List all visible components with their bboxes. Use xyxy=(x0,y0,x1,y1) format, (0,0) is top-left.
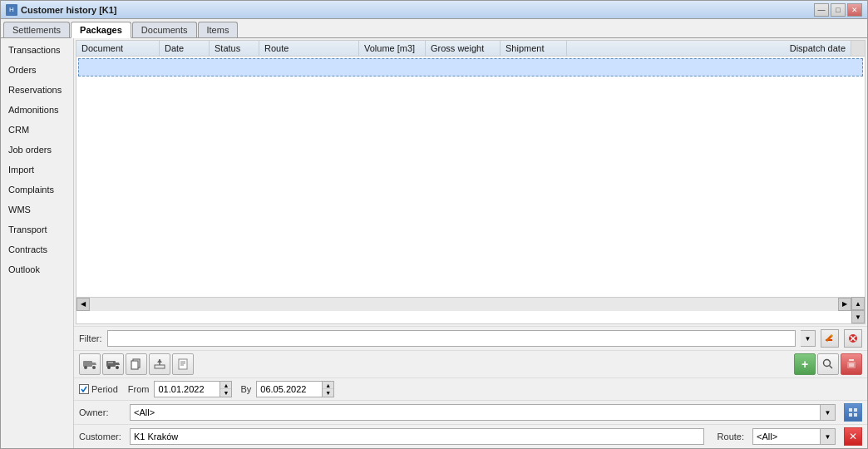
minimize-button[interactable]: — xyxy=(814,3,829,17)
scroll-right-button[interactable]: ▶ xyxy=(838,298,851,311)
right-panel: Document Date Status Route Volume [m3] G… xyxy=(74,38,867,448)
sidebar: Transactions Orders Reservations Admonit… xyxy=(1,38,74,448)
search-button[interactable] xyxy=(817,353,839,375)
to-date-down[interactable]: ▼ xyxy=(323,389,333,397)
from-label: From xyxy=(128,384,150,394)
period-label: Period xyxy=(91,384,118,394)
sidebar-item-outlook[interactable]: Outlook xyxy=(2,260,72,279)
from-date-down[interactable]: ▼ xyxy=(220,389,231,397)
sidebar-item-transactions[interactable]: Transactions xyxy=(2,41,72,59)
sidebar-item-reservations[interactable]: Reservations xyxy=(2,81,72,99)
svg-rect-32 xyxy=(854,408,857,412)
truck-delivery-icon xyxy=(106,358,121,370)
period-checkbox-label[interactable]: Period xyxy=(79,384,118,394)
action-blue-icon xyxy=(848,407,858,417)
truck2-button[interactable] xyxy=(102,353,124,375)
sidebar-item-transport[interactable]: Transport xyxy=(2,220,72,239)
svg-rect-31 xyxy=(849,408,852,412)
scroll-left-button[interactable]: ◀ xyxy=(76,298,90,311)
edit-icon xyxy=(824,333,836,344)
period-checkbox[interactable] xyxy=(79,384,89,394)
svg-rect-34 xyxy=(854,413,857,417)
svg-point-24 xyxy=(824,360,831,367)
owner-label: Owner: xyxy=(79,407,125,417)
toolbar-left xyxy=(79,353,194,375)
export-icon xyxy=(154,358,165,370)
filter-row: Filter: ▼ xyxy=(74,326,867,350)
to-date-input[interactable] xyxy=(256,381,323,397)
column-gross-weight: Gross weight xyxy=(426,41,501,56)
notes-button[interactable] xyxy=(172,353,194,375)
period-row: Period From ▲ ▼ By ▲ ▼ xyxy=(74,377,867,400)
route-label: Route: xyxy=(718,432,744,442)
svg-rect-33 xyxy=(849,413,852,417)
delete-button[interactable] xyxy=(841,353,862,375)
route-dropdown-button[interactable]: ▼ xyxy=(821,428,836,445)
main-content: Transactions Orders Reservations Admonit… xyxy=(1,38,867,448)
from-date-input[interactable] xyxy=(154,381,220,397)
close-action-button[interactable]: ✕ xyxy=(844,427,862,446)
checkmark-icon xyxy=(80,385,88,393)
svg-marker-19 xyxy=(157,359,162,363)
to-date-container: ▲ ▼ xyxy=(256,381,334,397)
svg-rect-17 xyxy=(155,365,165,368)
tab-settlements[interactable]: Settlements xyxy=(3,22,70,37)
customer-field-container: K1 Kraków xyxy=(130,428,704,445)
scroll-track[interactable] xyxy=(90,298,838,311)
truck1-button[interactable] xyxy=(79,353,101,375)
close-button[interactable]: ✕ xyxy=(847,3,862,17)
filter-edit-button[interactable] xyxy=(821,329,839,348)
svg-point-13 xyxy=(116,366,119,369)
tab-items[interactable]: Items xyxy=(198,22,239,37)
side-action-blue-button[interactable] xyxy=(844,403,862,422)
sidebar-item-job-orders[interactable]: Job orders xyxy=(2,141,72,159)
toolbar-row: + xyxy=(74,350,867,377)
customer-label: Customer: xyxy=(79,432,125,442)
data-grid: Document Date Status Route Volume [m3] G… xyxy=(76,40,866,324)
delete-icon xyxy=(846,359,856,369)
export-button[interactable] xyxy=(149,353,170,375)
column-dispatch-date: Dispatch date xyxy=(567,41,851,56)
scrollbar-area: ◀ ▶ ▲ ▼ xyxy=(76,297,865,323)
sidebar-item-contracts[interactable]: Contracts xyxy=(2,240,72,259)
scroll-down-button[interactable]: ▼ xyxy=(851,310,865,323)
column-shipment: Shipment xyxy=(501,41,567,56)
filter-clear-button[interactable] xyxy=(844,329,862,348)
route-value: <All> xyxy=(752,428,821,445)
filter-label: Filter: xyxy=(79,333,102,343)
sidebar-item-crm[interactable]: CRM xyxy=(2,121,72,139)
selected-row[interactable] xyxy=(78,58,863,76)
owner-field-container: <All> ▼ xyxy=(130,404,836,421)
tab-packages[interactable]: Packages xyxy=(71,22,131,38)
sidebar-item-wms[interactable]: WMS xyxy=(2,200,72,219)
svg-point-8 xyxy=(84,366,87,369)
to-date-up[interactable]: ▲ xyxy=(323,382,333,389)
maximize-button[interactable]: □ xyxy=(831,3,846,17)
route-field-container: <All> ▼ xyxy=(752,428,836,445)
sidebar-item-import[interactable]: Import xyxy=(2,160,72,179)
grid-body xyxy=(76,57,865,297)
customer-row: Customer: K1 Kraków Route: <All> ▼ ✕ xyxy=(74,424,867,448)
owner-row: Owner: <All> ▼ xyxy=(74,400,867,424)
toolbar-right: + xyxy=(794,353,862,375)
side-action-area xyxy=(844,403,862,422)
scroll-up-button[interactable]: ▲ xyxy=(851,297,865,310)
filter-dropdown-button[interactable]: ▼ xyxy=(801,330,816,347)
sidebar-item-orders[interactable]: Orders xyxy=(2,61,72,79)
grid-header: Document Date Status Route Volume [m3] G… xyxy=(76,41,865,57)
from-date-container: ▲ ▼ xyxy=(154,381,232,397)
by-label: By xyxy=(240,384,251,394)
column-date: Date xyxy=(160,41,210,56)
sidebar-item-admonitions[interactable]: Admonitions xyxy=(2,101,72,119)
add-button[interactable]: + xyxy=(794,353,816,375)
column-document: Document xyxy=(76,41,160,56)
copy-button[interactable] xyxy=(126,353,147,375)
sidebar-item-complaints[interactable]: Complaints xyxy=(2,180,72,199)
filter-input[interactable] xyxy=(107,330,796,347)
tab-documents[interactable]: Documents xyxy=(132,22,197,37)
title-buttons: — □ ✕ xyxy=(814,3,862,17)
horizontal-scrollbar[interactable]: ◀ ▶ xyxy=(76,297,851,310)
from-date-up[interactable]: ▲ xyxy=(220,382,231,389)
owner-dropdown-button[interactable]: ▼ xyxy=(821,404,836,421)
column-route: Route xyxy=(259,41,359,56)
